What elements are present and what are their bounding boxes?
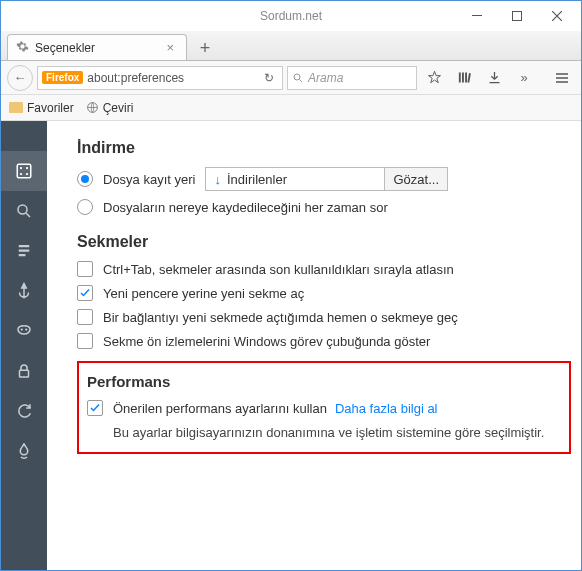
radio-always-ask[interactable] — [77, 199, 93, 215]
downloads-heading: İndirme — [77, 139, 571, 157]
performance-section: Performans Önerilen performans ayarların… — [77, 361, 571, 454]
tab-title: Seçenekler — [35, 41, 95, 55]
tab-preferences[interactable]: Seçenekler × — [7, 34, 187, 60]
svg-point-13 — [18, 205, 27, 214]
download-arrow-icon: ↓ — [214, 172, 221, 187]
sidebar-item-advanced[interactable] — [1, 431, 47, 471]
close-button[interactable] — [537, 2, 577, 30]
svg-rect-3 — [458, 73, 460, 83]
performance-heading: Performans — [87, 373, 561, 390]
svg-point-15 — [25, 328, 27, 330]
maximize-button[interactable] — [497, 2, 537, 30]
label-ctrl-tab: Ctrl+Tab, sekmeler arasında son kullanıl… — [103, 262, 454, 277]
label-save-to: Dosya kayıt yeri — [103, 172, 195, 187]
svg-rect-4 — [462, 73, 464, 83]
search-input[interactable]: Arama — [287, 66, 417, 90]
sidebar-item-general[interactable] — [1, 151, 47, 191]
firefox-badge-icon: Firefox — [42, 71, 83, 84]
check-taskbar-preview[interactable] — [77, 333, 93, 349]
menu-button[interactable] — [549, 66, 575, 90]
library-button[interactable] — [451, 66, 477, 90]
bookmarks-bar: Favoriler Çeviri — [1, 95, 581, 121]
svg-point-2 — [294, 74, 300, 80]
preferences-sidebar — [1, 121, 47, 570]
tab-strip: Seçenekler × + — [1, 31, 581, 61]
label-taskbar-preview: Sekme ön izlemelerini Windows görev çubu… — [103, 334, 430, 349]
tabs-heading: Sekmeler — [77, 233, 571, 251]
main-content: İndirme Dosya kayıt yeri ↓ İndirilenler … — [47, 121, 581, 570]
reload-button[interactable]: ↻ — [260, 71, 278, 85]
sidebar-item-sync[interactable] — [1, 391, 47, 431]
radio-save-to[interactable] — [77, 171, 93, 187]
svg-rect-1 — [513, 12, 522, 21]
svg-point-12 — [26, 173, 28, 175]
window-title: Sordum.net — [260, 9, 322, 23]
svg-rect-8 — [17, 164, 31, 178]
sidebar-item-security[interactable] — [1, 351, 47, 391]
browse-button[interactable]: Gözat... — [385, 167, 448, 191]
svg-rect-0 — [472, 15, 482, 16]
label-recommended-perf: Önerilen performans ayarlarını kullan — [113, 401, 327, 416]
sidebar-item-content[interactable] — [1, 231, 47, 271]
check-new-tab[interactable] — [77, 285, 93, 301]
bookmark-favorites[interactable]: Favoriler — [9, 101, 74, 115]
folder-icon — [9, 102, 23, 113]
svg-point-10 — [26, 167, 28, 169]
svg-rect-5 — [465, 73, 467, 83]
tab-close-icon[interactable]: × — [162, 40, 178, 55]
overflow-button[interactable]: » — [511, 66, 537, 90]
check-switch-tab[interactable] — [77, 309, 93, 325]
check-recommended-perf[interactable] — [87, 400, 103, 416]
url-bar[interactable]: Firefox about:preferences ↻ — [37, 66, 283, 90]
globe-icon — [86, 101, 99, 114]
svg-rect-6 — [467, 73, 470, 83]
svg-point-9 — [20, 167, 22, 169]
url-text: about:preferences — [87, 71, 260, 85]
svg-point-11 — [20, 173, 22, 175]
performance-description: Bu ayarlar bilgisayarınızın donanımına v… — [113, 424, 561, 442]
back-button[interactable]: ← — [7, 65, 33, 91]
label-switch-tab: Bir bağlantıyı yeni sekmede açtığımda he… — [103, 310, 458, 325]
gear-icon — [16, 40, 29, 56]
new-tab-button[interactable]: + — [191, 36, 219, 60]
check-ctrl-tab[interactable] — [77, 261, 93, 277]
sidebar-item-privacy[interactable] — [1, 311, 47, 351]
label-new-tab: Yeni pencere yerine yeni sekme aç — [103, 286, 304, 301]
sidebar-item-search[interactable] — [1, 191, 47, 231]
svg-point-14 — [21, 328, 23, 330]
window-titlebar: Sordum.net — [1, 1, 581, 31]
learn-more-link[interactable]: Daha fazla bilgi al — [335, 401, 438, 416]
search-icon — [292, 72, 304, 84]
download-folder-field[interactable]: ↓ İndirilenler — [205, 167, 385, 191]
bookmark-star-button[interactable] — [421, 66, 447, 90]
nav-toolbar: ← Firefox about:preferences ↻ Arama » — [1, 61, 581, 95]
label-always-ask: Dosyaların nereye kaydedileceğini her za… — [103, 200, 388, 215]
svg-rect-16 — [20, 370, 29, 377]
minimize-button[interactable] — [457, 2, 497, 30]
bookmark-translate[interactable]: Çeviri — [86, 101, 134, 115]
sidebar-item-applications[interactable] — [1, 271, 47, 311]
download-button[interactable] — [481, 66, 507, 90]
